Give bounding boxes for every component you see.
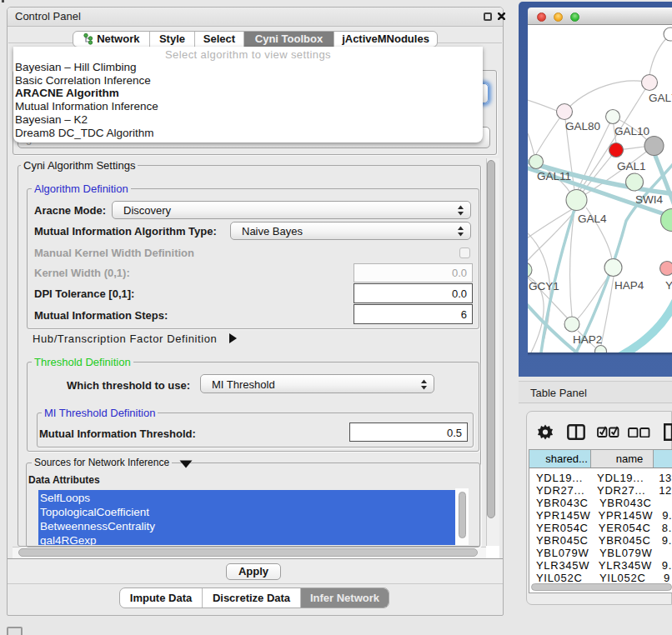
- svg-text:GAL7: GAL7: [649, 92, 672, 104]
- svg-text:HAP4: HAP4: [614, 279, 644, 292]
- svg-text:GAL4: GAL4: [578, 212, 607, 225]
- svg-text:GAL80: GAL80: [565, 120, 600, 132]
- svg-text:GAL11: GAL11: [537, 170, 571, 182]
- svg-text:HAP2: HAP2: [573, 333, 602, 346]
- svg-text:SWI4: SWI4: [635, 193, 663, 206]
- svg-text:Y: Y: [665, 279, 672, 292]
- svg-text:GCY1: GCY1: [529, 280, 559, 292]
- svg-text:GAL1: GAL1: [617, 160, 646, 172]
- svg-text:GAL10: GAL10: [614, 125, 649, 138]
